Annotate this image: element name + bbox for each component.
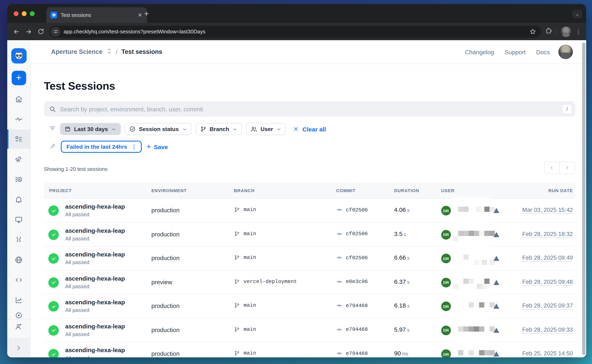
saved-filter-menu-icon[interactable]: ⋮ [131,145,137,149]
chart-line-icon [14,296,23,304]
project-name[interactable]: ascending-hexa-leap [65,275,125,282]
branch-cell: vercel-deployment [234,278,297,284]
back-button[interactable] [10,26,23,38]
account-switcher-chevrons-icon[interactable] [107,48,112,56]
redacted-user-name [453,198,490,223]
new-tab-button[interactable]: + [144,10,149,18]
fullscreen-window-button[interactable] [30,11,35,16]
environment: production [151,302,180,309]
bookmark-star-icon[interactable] [527,26,539,38]
project-name[interactable]: ascending-hexa-leap [65,203,125,210]
project-name[interactable]: ascending-hexa-leap [65,346,125,353]
changelog-link[interactable]: Changelog [465,48,494,55]
scrollbar-thumb[interactable] [582,43,585,355]
sidebar-item-explore[interactable] [7,150,30,169]
table-row[interactable]: ascending-hexa-leap All passed preview v… [44,270,575,294]
chevron-right-icon [15,345,22,351]
environment: production [151,326,180,333]
sidebar-item-create[interactable]: + [7,68,30,88]
branch-cell: main [234,302,256,308]
environment: production [151,350,180,357]
tab-search-chevron-icon[interactable]: ⌄ [572,10,582,19]
sidebar-item-alerts[interactable] [7,190,30,209]
table-row[interactable]: ascending-hexa-leap All passed productio… [44,342,575,357]
table-row[interactable]: ascending-hexa-leap All passed productio… [44,222,575,247]
git-branch-icon [234,231,240,237]
commit-hash: e794468 [346,303,368,309]
support-link[interactable]: Support [505,48,526,55]
redacted-user-name [453,246,490,271]
run-date-link[interactable]: Feb 28, 2025 09:33 [522,326,573,333]
sidebar-item-private-locations[interactable] [7,250,30,269]
filter-branch[interactable]: Branch [196,123,242,135]
run-date-link[interactable]: Mar 03, 2025 15:42 [522,207,573,214]
col-user: USER [441,188,455,193]
close-window-button[interactable] [14,11,19,16]
run-date-link[interactable]: Feb 25, 2025 14:50 [522,350,573,357]
previous-page-button[interactable] [544,162,559,174]
branch-name: main [243,207,256,213]
sidebar-item-test-sessions[interactable] [7,130,30,149]
table-row[interactable]: ascending-hexa-leap All passed productio… [44,318,575,342]
commit-cell: cf02506 [336,231,368,237]
branch-name: main [243,302,256,308]
sidebar-item-runtimes[interactable] [7,230,30,249]
table-row[interactable]: ascending-hexa-leap All passed productio… [44,199,575,222]
run-date-link[interactable]: Feb 28, 2025 09:37 [522,302,573,310]
table-row[interactable]: ascending-hexa-leap All passed productio… [44,247,575,270]
filter-user[interactable]: User [246,123,286,135]
browser-toolbar: app.checklyhq.com/test-sessions?presetWi… [7,23,586,40]
vercel-triangle-icon [494,280,499,285]
saved-filter-chip[interactable]: Failed in the last 24hrs ⋮ [61,141,142,153]
user-avatar[interactable] [558,45,573,59]
tab-title: Test sessions [61,12,133,18]
vercel-triangle-icon [494,351,499,357]
run-date-link[interactable]: Feb 28, 2025 18:32 [522,231,573,238]
minimize-window-button[interactable] [22,11,27,16]
sidebar-item-invite-user[interactable] [7,317,30,336]
sidebar-item-monitoring[interactable] [7,109,30,129]
browser-tab[interactable]: Test sessions ✕ [46,7,147,23]
project-name[interactable]: ascending-hexa-leap [65,323,125,329]
search-input[interactable]: Search by project, environment, branch, … [44,101,575,117]
all-passed-check-icon [48,301,59,312]
filter-date-range[interactable]: Last 30 days [60,123,121,135]
sidebar-item-maintenance[interactable] [7,170,30,189]
clear-all-button[interactable]: Clear all [293,126,326,132]
browser-window: Test sessions ✕ + ⌄ app.checklyhq.com/te… [7,4,586,357]
browser-menu-icon[interactable]: ⋮ [575,30,581,33]
forward-button[interactable] [23,26,35,38]
reload-button[interactable] [35,26,47,38]
branch-cell: main [234,350,256,356]
project-name[interactable]: ascending-hexa-leap [65,251,125,258]
extensions-icon[interactable] [545,27,552,36]
browser-profile-avatar[interactable] [561,26,571,37]
checkly-logo-icon [11,48,26,64]
account-switcher[interactable]: Aperture Science [51,48,102,55]
sidebar-item-dashboards[interactable] [7,210,30,229]
session-status: All passed [65,283,89,289]
user-avatar-initials: DR [441,325,451,335]
sidebar-item-home-logo[interactable] [7,46,30,65]
run-date-link[interactable]: Feb 28, 2025 09:49 [522,254,573,262]
table-row[interactable]: ascending-hexa-leap All passed productio… [44,294,575,318]
tab-strip: Test sessions ✕ + ⌄ [7,4,586,23]
save-filter-button[interactable]: + Save [147,143,168,150]
sidebar-item-snippets[interactable] [7,270,30,289]
run-date-link[interactable]: Feb 28, 2025 09:48 [522,278,573,286]
scrollbar-track[interactable] [581,40,586,357]
site-settings-icon[interactable] [51,27,61,36]
project-name[interactable]: ascending-hexa-leap [65,299,125,306]
project-name[interactable]: ascending-hexa-leap [65,227,125,234]
vercel-triangle-icon [494,232,499,237]
tab-close-icon[interactable]: ✕ [137,12,143,18]
sidebar-collapse-button[interactable] [7,338,30,357]
address-bar[interactable]: app.checklyhq.com/test-sessions?presetWi… [49,26,541,38]
docs-link[interactable]: Docs [536,48,550,55]
url-text[interactable]: app.checklyhq.com/test-sessions?presetWi… [64,29,523,35]
redacted-user-name [453,341,490,357]
next-page-button[interactable] [559,162,574,174]
filter-session-status[interactable]: Session status [125,123,192,135]
sidebar-item-home[interactable] [7,89,30,109]
col-commit: COMMIT [336,188,356,193]
